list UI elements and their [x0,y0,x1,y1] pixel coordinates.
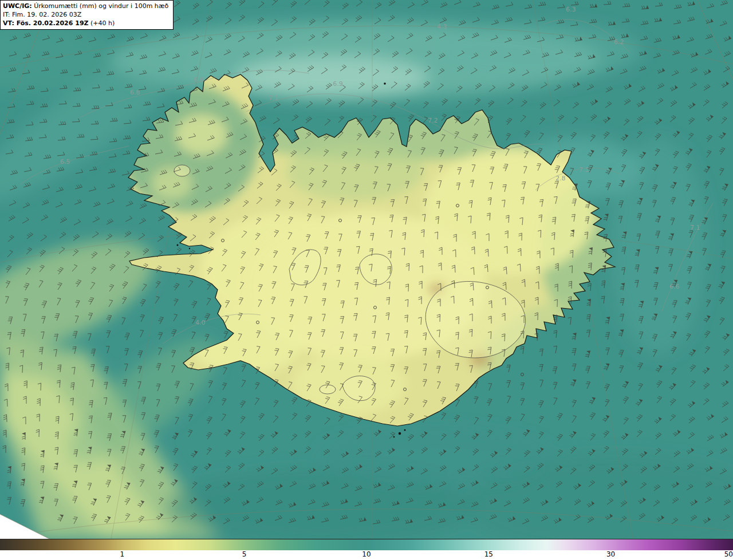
colorbar-tick-label: 5 [242,550,247,558]
header-box: UWC/IG: Úrkomumætti (mm) og vindur i 100… [0,0,174,30]
weather-map: 6.34.36.26.86.96.87.17.26.57.12.87.16.64… [0,0,733,539]
contour-label: 4.0 [195,319,206,326]
contour-label: 2.8 [555,175,566,182]
colorbar-labels: 1510153050 [0,550,733,560]
colorbar-tick-label: 50 [724,550,733,558]
product-title: Úrkomumætti (mm) og vindur i 100m hæð [32,2,169,10]
valid-offset: (+40 h) [89,19,115,27]
header-init-line: IT: Fim. 19. 02. 2026 03Z [3,10,168,19]
colorbar-gradient [0,539,733,550]
colorbar-tick-label: 10 [362,550,371,558]
colorbar-tick-label: 1 [120,550,125,558]
contour-label: 6.5 [60,158,70,165]
product-label: UWC/IG: [3,2,32,10]
header-valid-line: VT: Fös. 20.02.2026 19Z (+40 h) [3,19,168,27]
valid-time: VT: Fös. 20.02.2026 19Z [3,19,89,27]
contour-label: 7.1 [690,224,700,231]
contour-label: 6.9 [333,80,343,88]
weather-map-page: 6.34.36.26.86.96.87.17.26.57.12.87.16.64… [0,0,733,560]
contour-label: 7.2 [428,117,438,124]
init-label: IT: [3,11,10,18]
contour-label: 7.1 [579,166,589,173]
contour-label: 7.1 [269,94,279,102]
header-title-line: UWC/IG: Úrkomumætti (mm) og vindur i 100… [3,2,168,10]
contour-label: 6.8 [194,76,204,84]
colorbar-tick-label: 15 [484,550,493,558]
contour-label: 4.3 [437,23,447,30]
init-time: Fim. 19. 02. 2026 03Z [10,11,81,18]
contour-label: 6.2 [614,38,624,46]
colorbar-tick-label: 30 [606,550,615,558]
contour-label: 6.3 [566,6,576,13]
